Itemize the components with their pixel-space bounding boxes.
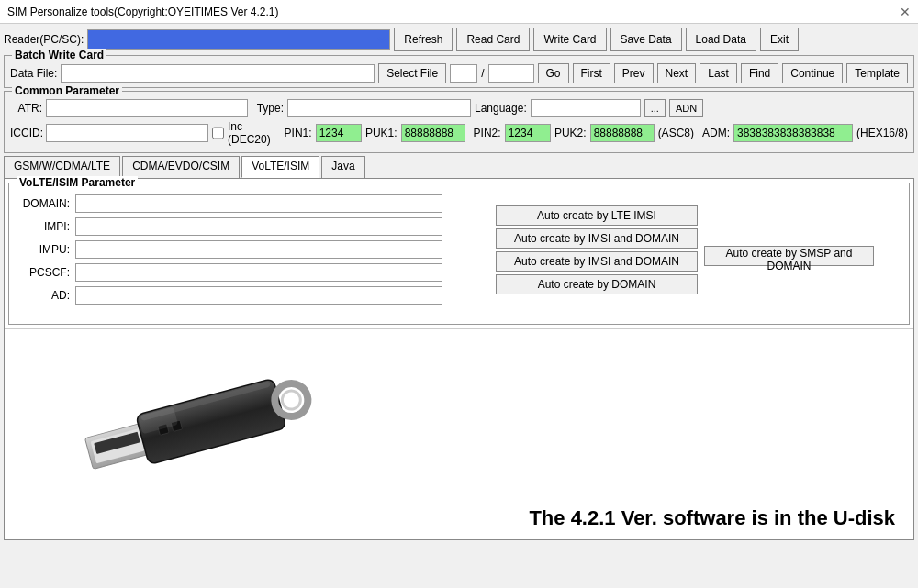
tabs-row: GSM/W/CDMA/LTE CDMA/EVDO/CSIM VoLTE/ISIM… — [4, 156, 914, 178]
puk2-label: PUK2: — [554, 127, 587, 139]
impi-input[interactable] — [75, 217, 442, 236]
adn-button[interactable]: ADN — [669, 99, 703, 117]
hex16-label: (HEX16/8) — [856, 127, 908, 139]
ad-label: AD: — [15, 289, 70, 302]
reader-select[interactable] — [87, 29, 390, 50]
impu-label: IMPU: — [15, 243, 70, 256]
tab-gsm[interactable]: GSM/W/CDMA/LTE — [4, 156, 120, 178]
atr-row: ATR: Type: Language: ... ADN — [10, 99, 908, 117]
last-button[interactable]: Last — [700, 63, 737, 83]
ad-row: AD: — [15, 286, 903, 305]
template-button[interactable]: Template — [846, 63, 908, 83]
continue-button[interactable]: Continue — [782, 63, 843, 83]
select-file-button[interactable]: Select File — [378, 63, 446, 83]
type-label: Type: — [252, 102, 284, 115]
impi-row: IMPI: — [15, 217, 903, 236]
pcscf-label: PCSCF: — [15, 266, 70, 279]
toolbar: Reader(PC/SC): Refresh Read Card Write C… — [4, 28, 914, 51]
impu-input[interactable] — [75, 240, 442, 259]
tab-volte[interactable]: VoLTE/ISIM — [241, 156, 319, 178]
usb-drive-image — [32, 338, 326, 531]
batch-row: Data File: Select File / Go First Prev N… — [10, 63, 908, 83]
batch-title: Batch Write Card — [12, 49, 106, 61]
common-title: Common Parameter — [12, 84, 122, 97]
volte-section-title: VoLTE/ISIM Parameter — [17, 176, 138, 189]
inc-checkbox[interactable] — [212, 127, 224, 139]
load-data-button[interactable]: Load Data — [686, 28, 756, 51]
save-data-button[interactable]: Save Data — [610, 28, 682, 51]
first-button[interactable]: First — [573, 63, 610, 83]
adm-input[interactable]: 3838383838383838 — [733, 124, 853, 142]
read-card-button[interactable]: Read Card — [456, 28, 530, 51]
auto-btn-lte-imsi[interactable]: Auto create by LTE IMSI — [496, 205, 698, 226]
data-file-input[interactable] — [61, 64, 375, 83]
volte-section: VoLTE/ISIM Parameter DOMAIN: IMPI: IMPU:… — [8, 183, 910, 325]
auto-btn-imsi-domain-2[interactable]: Auto create by IMSI and DOMAIN — [496, 251, 698, 272]
title-bar: SIM Personalize tools(Copyright:OYEITIME… — [0, 0, 918, 24]
refresh-button[interactable]: Refresh — [394, 28, 453, 51]
atr-label: ATR: — [10, 102, 42, 115]
tab-java[interactable]: Java — [321, 156, 364, 178]
go-button[interactable]: Go — [538, 63, 569, 83]
pcscf-input[interactable] — [75, 263, 442, 282]
next-button[interactable]: Next — [657, 63, 697, 83]
auto-btns-column: Auto create by LTE IMSI Auto create by I… — [496, 205, 698, 294]
close-button[interactable]: ✕ — [900, 5, 911, 19]
window-title: SIM Personalize tools(Copyright:OYEITIME… — [7, 6, 278, 18]
iccid-label: ICCID: — [10, 127, 42, 139]
batch-current-number[interactable] — [450, 64, 477, 83]
language-input[interactable] — [531, 99, 641, 117]
type-input[interactable] — [287, 99, 471, 117]
reader-label: Reader(PC/SC): — [4, 33, 84, 46]
atr-input[interactable] — [46, 99, 248, 117]
common-section: Common Parameter ATR: Type: Language: ..… — [4, 91, 914, 153]
language-dots-button[interactable]: ... — [644, 99, 666, 117]
tab-cdma[interactable]: CDMA/EVDO/CSIM — [122, 156, 240, 178]
auto-btn-imsi-domain-1[interactable]: Auto create by IMSI and DOMAIN — [496, 228, 698, 249]
adm-label: ADM: — [698, 127, 730, 139]
write-card-button[interactable]: Write Card — [533, 28, 606, 51]
puk1-input[interactable]: 88888888 — [401, 124, 465, 142]
exit-button[interactable]: Exit — [760, 28, 799, 51]
iccid-input[interactable] — [46, 124, 208, 142]
auto-btn-domain[interactable]: Auto create by DOMAIN — [496, 274, 698, 294]
iccid-row: ICCID: Inc (DEC20) PIN1: 1234 PUK1: 8888… — [10, 120, 908, 146]
content-area: The 4.2.1 Ver. software is in the U-disk — [5, 328, 913, 539]
pin1-label: PIN1: — [280, 127, 312, 139]
main-content: Reader(PC/SC): Refresh Read Card Write C… — [0, 24, 918, 544]
puk2-input[interactable]: 88888888 — [590, 124, 655, 142]
domain-input[interactable] — [75, 194, 442, 213]
svg-point-8 — [280, 389, 302, 411]
prev-button[interactable]: Prev — [614, 63, 654, 83]
ad-input[interactable] — [75, 286, 442, 305]
domain-row: DOMAIN: — [15, 194, 903, 213]
pin2-label: PIN2: — [469, 127, 501, 139]
asc8-label: (ASC8) — [658, 127, 694, 139]
batch-slash: / — [481, 67, 484, 80]
volte-tab-content: VoLTE/ISIM Parameter DOMAIN: IMPI: IMPU:… — [4, 178, 914, 540]
auto-btn-smsp-domain[interactable]: Auto create by SMSP and DOMAIN — [704, 246, 874, 266]
bottom-text: The 4.2.1 Ver. software is in the U-disk — [510, 497, 913, 539]
find-button[interactable]: Find — [741, 63, 778, 83]
batch-section: Batch Write Card Data File: Select File … — [4, 55, 914, 88]
pin2-input[interactable]: 1234 — [505, 124, 551, 142]
impi-label: IMPI: — [15, 220, 70, 233]
data-file-label: Data File: — [10, 67, 57, 80]
puk1-label: PUK1: — [365, 127, 397, 139]
inc-label: Inc (DEC20) — [228, 120, 276, 146]
svg-point-7 — [271, 380, 311, 420]
language-label: Language: — [475, 102, 527, 115]
pin1-input[interactable]: 1234 — [316, 124, 362, 142]
batch-total-number[interactable] — [488, 64, 534, 83]
domain-label: DOMAIN: — [15, 197, 70, 210]
